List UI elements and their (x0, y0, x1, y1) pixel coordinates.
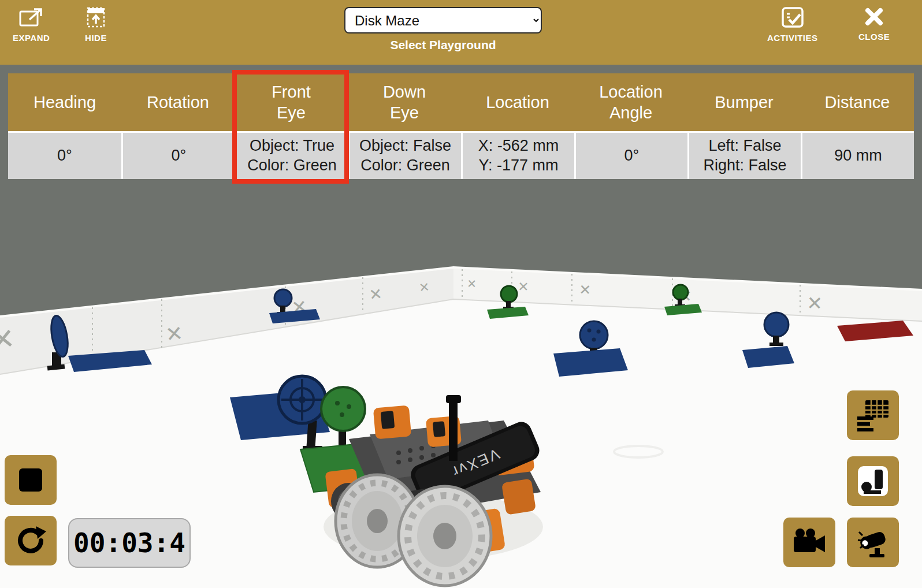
timer-value: 00:03:4 (73, 527, 185, 559)
stop-button[interactable] (5, 455, 57, 505)
vex-logo-icon: ✕ (806, 292, 823, 315)
hide-icon (84, 6, 107, 29)
top-toolbar: EXPAND HIDE Disk Maze Select Playground … (0, 0, 922, 65)
sensor-table-row: 0° 0° Object: True Color: Green Object: … (8, 131, 914, 179)
front-eye-object-value: Object: True (250, 136, 334, 156)
column-header-front-eye: Front Eye (235, 73, 348, 131)
cell-distance: 90 mm (801, 133, 914, 179)
vex-logo-icon: ✕ (579, 281, 592, 299)
robot-view-icon (857, 465, 889, 497)
close-label: CLOSE (858, 32, 890, 42)
hide-label: HIDE (85, 33, 107, 43)
column-header-down-eye: Down Eye (348, 73, 461, 131)
sensor-table-header: Heading Rotation Front Eye Down Eye Loca… (8, 73, 914, 131)
activities-icon (780, 6, 805, 29)
playground-select[interactable]: Disk Maze (344, 7, 542, 34)
vex-logo-icon: ✕ (518, 279, 529, 295)
activities-button[interactable]: ACTIVITIES (767, 6, 818, 43)
distance-value: 90 mm (834, 146, 882, 166)
column-header-location-angle: Location Angle (574, 73, 687, 131)
column-header-distance: Distance (801, 73, 914, 131)
location-angle-value: 0° (624, 146, 640, 166)
expand-icon (18, 6, 44, 29)
column-header-heading: Heading (8, 73, 121, 131)
down-eye-object-value: Object: False (359, 136, 451, 156)
cell-down-eye: Object: False Color: Green (348, 133, 461, 179)
activities-label: ACTIVITIES (767, 33, 818, 43)
location-y-value: Y: -177 mm (478, 156, 558, 176)
vex-logo-icon: ✕ (368, 285, 383, 304)
hide-button[interactable]: HIDE (84, 6, 107, 43)
robot-antenna-cap (446, 395, 461, 403)
bumper-right-value: Right: False (703, 156, 786, 176)
bumper-left-value: Left: False (708, 136, 781, 156)
cell-rotation: 0° (121, 133, 235, 179)
snapshot-button[interactable] (847, 518, 899, 567)
vex-logo-icon: ✕ (418, 280, 430, 295)
cell-location: X: -562 mm Y: -177 mm (461, 133, 574, 179)
projector-light-icon (857, 526, 889, 559)
playground-selector: Disk Maze Select Playground (344, 7, 542, 52)
robot-wheel-right (399, 486, 491, 586)
robot-view-button[interactable] (847, 456, 899, 506)
rotation-value: 0° (172, 146, 187, 166)
reset-button[interactable] (5, 516, 57, 565)
column-header-rotation: Rotation (121, 73, 235, 131)
location-x-value: X: -562 mm (478, 136, 559, 156)
cell-location-angle: 0° (574, 133, 687, 179)
camera-view-button[interactable] (783, 518, 835, 567)
sensor-dashboard: Heading Rotation Front Eye Down Eye Loca… (8, 73, 914, 179)
dashboard-grid-icon (856, 399, 890, 431)
down-eye-color-value: Color: Green (360, 156, 450, 176)
expand-label: EXPAND (13, 33, 50, 43)
cell-front-eye: Object: True Color: Green (235, 133, 348, 179)
cell-bumper: Left: False Right: False (687, 133, 801, 179)
timer-display: 00:03:4 (68, 518, 191, 568)
close-button[interactable]: CLOSE (858, 6, 890, 42)
dashboard-button[interactable] (847, 390, 899, 440)
heading-value: 0° (57, 146, 72, 166)
stop-icon (19, 468, 42, 492)
column-header-bumper: Bumper (687, 73, 801, 131)
cell-heading: 0° (8, 133, 121, 179)
front-eye-color-value: Color: Green (247, 156, 337, 176)
close-icon (863, 6, 885, 28)
playground-select-caption: Select Playground (344, 38, 542, 52)
video-camera-icon (793, 528, 826, 557)
vex-logo-icon: ✕ (467, 277, 477, 291)
reset-icon (14, 524, 47, 557)
expand-button[interactable]: EXPAND (13, 6, 50, 43)
column-header-location: Location (461, 73, 574, 131)
vex-logo-icon: ✕ (165, 321, 184, 347)
robot-antenna (449, 402, 458, 461)
